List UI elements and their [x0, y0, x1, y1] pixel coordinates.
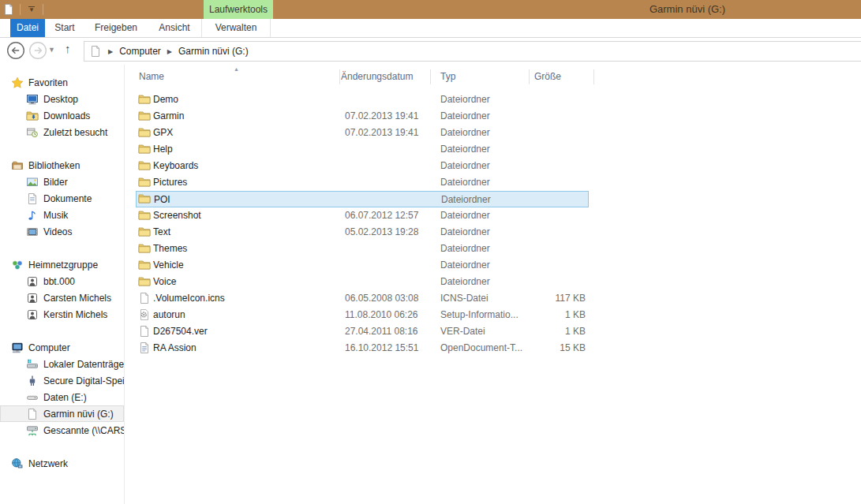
nav-item-gescannte-carst[interactable]: Gescannte (\\CARST — [0, 422, 124, 439]
contextual-tab-group[interactable]: Laufwerktools — [204, 0, 273, 19]
file-icon — [138, 325, 151, 338]
customize-quick-access-button[interactable]: ▼ — [25, 3, 38, 16]
quick-access-toolbar: ▼ — [0, 0, 48, 19]
column-separator[interactable] — [339, 69, 340, 84]
tab-ansicht[interactable]: Ansicht — [148, 19, 201, 37]
library-icon — [11, 159, 24, 172]
file-type: ICNS-Datei — [440, 290, 489, 307]
nav-item-computer[interactable]: Computer — [0, 339, 124, 356]
nav-item-musik[interactable]: Musik — [0, 207, 124, 223]
folder-icon — [138, 143, 151, 155]
sort-ascending-icon: ▲ — [234, 66, 239, 72]
file-row-garmin[interactable]: Garmin07.02.2013 19:41Dateiordner — [136, 108, 589, 125]
nav-item-videos[interactable]: Videos — [0, 223, 124, 240]
file-name: Pictures — [153, 174, 187, 191]
column-header-type[interactable]: Typ — [440, 65, 455, 88]
navigation-pane: FavoritenDesktopDownloadsZuletzt besucht… — [0, 65, 125, 504]
nav-item-label: Downloads — [43, 110, 90, 121]
file-row-text[interactable]: Text05.02.2013 19:28Dateiordner — [136, 224, 589, 241]
file-name: D267504.ver — [153, 323, 208, 340]
nav-item-lokaler-datentr-ger[interactable]: Lokaler Datenträger — [0, 356, 124, 372]
file-size: 15 KB — [560, 340, 586, 357]
file-date-modified: 07.02.2013 19:41 — [345, 125, 418, 141]
file-type: Dateiordner — [440, 125, 490, 141]
nav-item-desktop[interactable]: Desktop — [0, 91, 124, 107]
nav-item-carsten-michels[interactable]: Carsten Michels — [0, 289, 124, 306]
nav-item-kerstin-michels[interactable]: Kerstin Michels — [0, 306, 124, 323]
file-row--volumeicon-icns[interactable]: .VolumeIcon.icns06.05.2008 03:08ICNS-Dat… — [136, 290, 589, 307]
file-row-d267504-ver[interactable]: D267504.ver27.04.2011 08:16VER-Datei1 KB — [136, 323, 589, 340]
breadcrumb-arrow-icon[interactable]: ▶ — [102, 48, 119, 55]
tab-datei[interactable]: Datei — [10, 19, 45, 37]
nav-item-label: Zuletzt besucht — [43, 127, 107, 138]
nav-item-label: Bibliotheken — [28, 160, 80, 171]
file-type: Dateiordner — [441, 192, 491, 208]
breadcrumb-item[interactable]: Garmin nüvi (G:) — [178, 46, 249, 57]
nav-item-favoriten[interactable]: Favoriten — [0, 74, 124, 91]
file-date-modified: 07.02.2013 19:41 — [345, 108, 418, 125]
file-date-modified: 06.05.2008 03:08 — [345, 290, 418, 307]
nav-item-daten-e-[interactable]: Daten (E:) — [0, 389, 124, 405]
text-file-icon — [138, 342, 151, 354]
nav-item-label: Desktop — [43, 94, 78, 105]
forward-button[interactable] — [28, 41, 47, 60]
nav-item-dokumente[interactable]: Dokumente — [0, 190, 124, 207]
file-row-vehicle[interactable]: VehicleDateiordner — [136, 257, 589, 274]
file-row-poi[interactable]: POIDateiordner — [136, 191, 589, 207]
address-box[interactable]: ▶Computer▶Garmin nüvi (G:) — [84, 41, 861, 62]
folder-icon — [138, 259, 151, 271]
file-row-autorun[interactable]: autorun11.08.2010 06:26Setup-Informatio.… — [136, 307, 589, 323]
back-button[interactable] — [6, 41, 25, 60]
nav-item-netzwerk[interactable]: Netzwerk — [0, 455, 124, 472]
file-row-screenshot[interactable]: Screenshot06.07.2012 12:57Dateiordner — [136, 207, 589, 224]
music-icon — [26, 209, 39, 222]
nav-item-bbt-000[interactable]: bbt.000 — [0, 273, 124, 289]
tab-start[interactable]: Start — [45, 19, 84, 37]
nav-item-label: Lokaler Datenträger — [43, 359, 125, 370]
file-name: Screenshot — [153, 207, 201, 224]
column-separator[interactable] — [529, 69, 530, 84]
setup-file-icon — [138, 308, 151, 321]
column-header-name[interactable]: Name — [139, 65, 164, 88]
file-type: Dateiordner — [440, 241, 490, 257]
nav-item-bilder[interactable]: Bilder — [0, 174, 124, 190]
file-row-pictures[interactable]: PicturesDateiordner — [136, 174, 589, 191]
file-type: Dateiordner — [440, 224, 490, 241]
up-button[interactable]: ↑ — [65, 42, 71, 55]
column-header-date[interactable]: Änderungsdatum — [341, 65, 413, 88]
file-row-demo[interactable]: DemoDateiordner — [136, 91, 589, 108]
recent-locations-dropdown[interactable]: ▼ — [48, 46, 55, 54]
file-row-keyboards[interactable]: KeyboardsDateiordner — [136, 158, 589, 174]
tab-freigeben[interactable]: Freigeben — [84, 19, 148, 37]
file-type: Dateiordner — [440, 174, 490, 191]
nav-item-heimnetzgruppe[interactable]: Heimnetzgruppe — [0, 256, 124, 273]
nav-item-label: Bilder — [43, 177, 68, 188]
nav-item-garmin-n-vi-g-[interactable]: Garmin nüvi (G:) — [0, 405, 124, 422]
network-drive-icon — [26, 424, 39, 437]
breadcrumb-item[interactable]: Computer — [119, 46, 161, 57]
file-row-themes[interactable]: ThemesDateiordner — [136, 241, 589, 257]
file-name: .VolumeIcon.icns — [153, 290, 225, 307]
folder-icon — [138, 126, 151, 139]
file-type: Dateiordner — [440, 141, 490, 158]
column-separator[interactable] — [430, 69, 431, 84]
videos-icon — [26, 226, 39, 238]
file-row-voice[interactable]: VoiceDateiordner — [136, 274, 589, 290]
title-bar: ▼ Laufwerktools Garmin nüvi (G:) — [0, 0, 861, 19]
file-row-ra-assion[interactable]: RA Assion16.10.2012 15:51OpenDocument-T.… — [136, 340, 589, 357]
file-size: 1 KB — [565, 307, 586, 323]
file-type: Dateiordner — [440, 158, 490, 174]
nav-item-downloads[interactable]: Downloads — [0, 107, 124, 124]
column-header-size[interactable]: Größe — [534, 65, 561, 88]
file-date-modified: 05.02.2013 19:28 — [345, 224, 418, 241]
nav-item-zuletzt-besucht[interactable]: Zuletzt besucht — [0, 124, 124, 140]
file-row-gpx[interactable]: GPX07.02.2013 19:41Dateiordner — [136, 125, 589, 141]
nav-item-bibliotheken[interactable]: Bibliotheken — [0, 157, 124, 174]
nav-item-secure-digital-speic[interactable]: Secure Digital-Speic — [0, 372, 124, 389]
breadcrumb-arrow-icon[interactable]: ▶ — [161, 48, 178, 55]
nav-section-heimnetzgruppe: Heimnetzgruppebbt.000Carsten MichelsKers… — [0, 256, 124, 323]
folder-icon — [138, 242, 151, 255]
file-row-help[interactable]: HelpDateiordner — [136, 141, 589, 158]
column-separator[interactable] — [593, 69, 594, 84]
tab-verwalten[interactable]: Verwalten — [201, 19, 271, 37]
